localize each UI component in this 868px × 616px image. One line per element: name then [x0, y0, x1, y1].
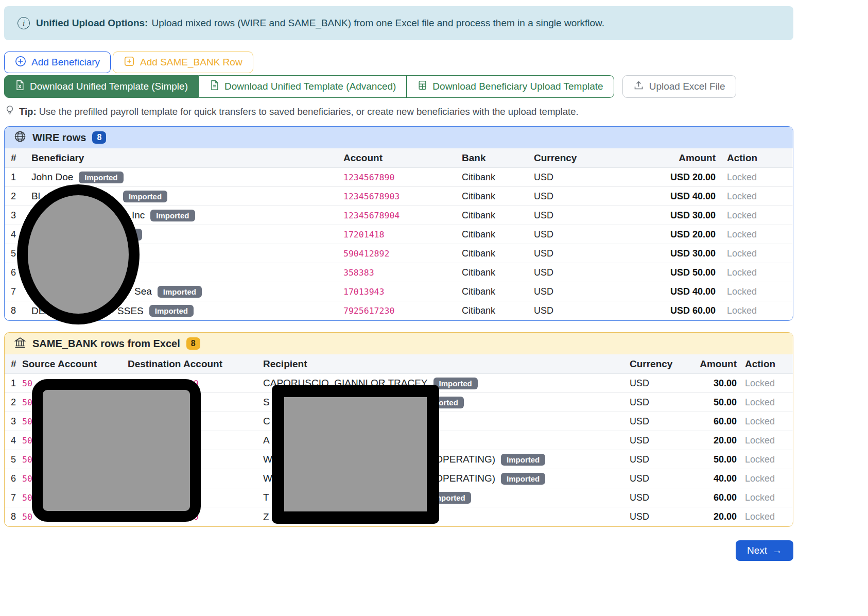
- action-status: Locked: [727, 305, 793, 316]
- wire-col-account: Account: [343, 152, 462, 164]
- add-same-bank-row-button[interactable]: Add SAME_BANK Row: [113, 52, 253, 73]
- sb-col-action: Action: [745, 358, 793, 370]
- redaction-rectangle-accounts: [32, 379, 201, 522]
- same-bank-table-header: # Source Account Destination Account Rec…: [5, 354, 793, 374]
- amount: USD 50.00: [657, 267, 727, 278]
- footer: Next →: [4, 540, 793, 561]
- imported-badge: Imported: [79, 172, 123, 183]
- currency: USD: [626, 435, 692, 446]
- file-lines-icon: [210, 80, 219, 93]
- currency: USD: [626, 492, 692, 503]
- add-same-bank-row-label: Add SAME_BANK Row: [140, 57, 242, 68]
- sb-col-number: #: [5, 358, 22, 370]
- imported-badge: Imported: [501, 473, 545, 485]
- action-status: Locked: [745, 378, 793, 389]
- sb-col-currency: Currency: [626, 358, 692, 370]
- imported-badge: Imported: [158, 286, 202, 298]
- bank-name: Citibank: [462, 191, 534, 202]
- amount: USD 30.00: [657, 248, 727, 259]
- account-number: 1234567890: [343, 173, 462, 182]
- currency: USD: [626, 473, 692, 484]
- amount: 20.00: [692, 435, 745, 446]
- tip-label: Tip:: [19, 106, 37, 117]
- next-button[interactable]: Next →: [736, 540, 793, 561]
- account-number: 17201418: [343, 230, 462, 239]
- same-bank-card-title: SAME_BANK rows from Excel: [32, 338, 180, 350]
- currency: USD: [534, 210, 657, 221]
- currency: USD: [534, 229, 657, 240]
- wire-col-beneficiary: Beneficiary: [29, 152, 343, 164]
- template-buttons-row: Download Unified Template (Simple) Downl…: [4, 75, 793, 98]
- tip-text: Tip: Use the prefilled payroll template …: [19, 106, 579, 117]
- tip-row: Tip: Use the prefilled payroll template …: [4, 105, 793, 118]
- banner-text: Unified Upload Options:Upload mixed rows…: [36, 18, 604, 29]
- plus-square-icon: [124, 56, 135, 70]
- info-icon: i: [18, 17, 30, 29]
- action-status: Locked: [727, 286, 793, 297]
- action-status: Locked: [727, 267, 793, 278]
- action-status: Locked: [745, 435, 793, 446]
- action-status: Locked: [745, 473, 793, 484]
- bank-name: Citibank: [462, 210, 534, 221]
- globe-icon: [14, 130, 26, 145]
- wire-col-bank: Bank: [462, 152, 534, 164]
- download-button-group: Download Unified Template (Simple) Downl…: [4, 75, 614, 98]
- action-status: Locked: [727, 191, 793, 202]
- redaction-circle: [17, 184, 140, 324]
- amount: USD 40.00: [657, 191, 727, 202]
- action-status: Locked: [745, 511, 793, 522]
- currency: USD: [626, 416, 692, 427]
- download-unified-advanced-button[interactable]: Download Unified Template (Advanced): [199, 75, 407, 98]
- page: i Unified Upload Options:Upload mixed ro…: [0, 0, 868, 616]
- bank-name: Citibank: [462, 248, 534, 259]
- currency: USD: [626, 397, 692, 408]
- account-number: 590412892: [343, 249, 462, 259]
- currency: USD: [534, 172, 657, 183]
- wire-col-amount: Amount: [657, 152, 727, 164]
- amount: 20.00: [692, 511, 745, 522]
- add-beneficiary-button[interactable]: Add Beneficiary: [4, 52, 111, 73]
- upload-excel-file-button[interactable]: Upload Excel File: [622, 75, 736, 98]
- currency: USD: [534, 286, 657, 297]
- amount: 60.00: [692, 492, 745, 503]
- add-beneficiary-label: Add Beneficiary: [31, 57, 100, 68]
- account-number: 12345678903: [343, 192, 462, 201]
- table-row: 1 John DoeImported 1234567890 Citibank U…: [5, 168, 793, 187]
- bank-name: Citibank: [462, 229, 534, 240]
- amount: 60.00: [692, 416, 745, 427]
- same-bank-card-header: SAME_BANK rows from Excel 8: [5, 333, 793, 354]
- currency: USD: [534, 267, 657, 278]
- download-beneficiary-template-label: Download Beneficiary Upload Template: [432, 81, 603, 92]
- download-unified-simple-button[interactable]: Download Unified Template (Simple): [4, 75, 199, 98]
- action-status: Locked: [745, 492, 793, 503]
- bank-icon: [14, 336, 26, 351]
- download-beneficiary-template-button[interactable]: Download Beneficiary Upload Template: [407, 75, 614, 98]
- wire-col-action: Action: [727, 152, 793, 164]
- account-number: 12345678904: [343, 211, 462, 220]
- currency: USD: [534, 305, 657, 316]
- download-unified-advanced-label: Download Unified Template (Advanced): [224, 81, 396, 92]
- action-status: Locked: [745, 416, 793, 427]
- amount: 50.00: [692, 454, 745, 465]
- bank-name: Citibank: [462, 305, 534, 316]
- action-status: Locked: [745, 454, 793, 465]
- redaction-rectangle-recipients: [272, 385, 439, 524]
- spreadsheet-icon: [418, 80, 427, 93]
- currency: USD: [534, 191, 657, 202]
- download-unified-simple-label: Download Unified Template (Simple): [30, 81, 188, 92]
- imported-badge: Imported: [501, 454, 545, 466]
- action-status: Locked: [727, 248, 793, 259]
- currency: USD: [626, 378, 692, 389]
- sb-col-amount: Amount: [692, 358, 745, 370]
- beneficiary-cell: John DoeImported: [29, 172, 343, 183]
- arrow-right-icon: →: [772, 545, 782, 556]
- amount: 30.00: [692, 378, 745, 389]
- wire-card-title: WIRE rows: [32, 132, 86, 144]
- imported-badge: Imported: [123, 191, 167, 202]
- amount: 40.00: [692, 473, 745, 484]
- sb-col-recipient: Recipient: [263, 358, 626, 370]
- table-row: 2 BlImported 12345678903 Citibank USD US…: [5, 187, 793, 206]
- wire-card-header: WIRE rows 8: [5, 127, 793, 148]
- amount: USD 40.00: [657, 286, 727, 297]
- currency: USD: [626, 511, 692, 522]
